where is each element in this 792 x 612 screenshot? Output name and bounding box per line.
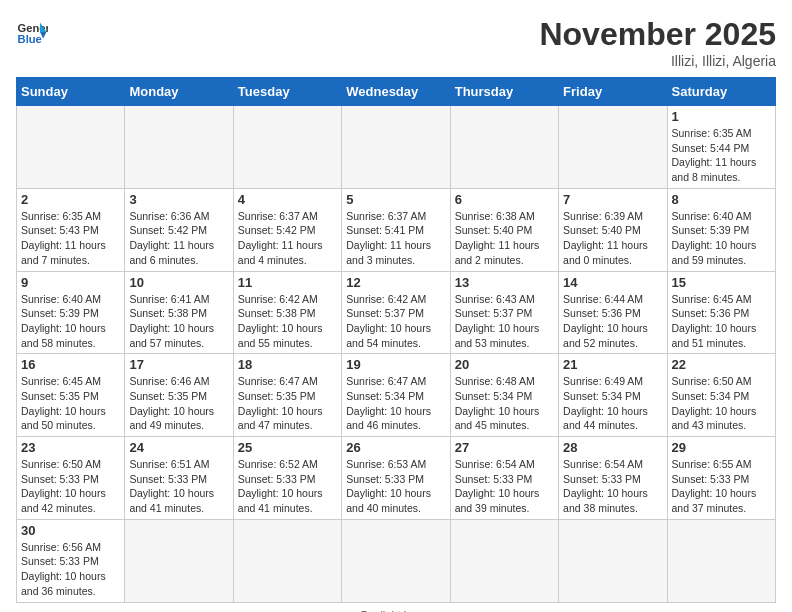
calendar-cell bbox=[125, 106, 233, 189]
title-block: November 2025 Illizi, Illizi, Algeria bbox=[539, 16, 776, 69]
day-info: Sunrise: 6:42 AM Sunset: 5:37 PM Dayligh… bbox=[346, 292, 445, 351]
day-info: Sunrise: 6:44 AM Sunset: 5:36 PM Dayligh… bbox=[563, 292, 662, 351]
day-number: 17 bbox=[129, 357, 228, 372]
day-number: 15 bbox=[672, 275, 771, 290]
day-info: Sunrise: 6:38 AM Sunset: 5:40 PM Dayligh… bbox=[455, 209, 554, 268]
day-info: Sunrise: 6:37 AM Sunset: 5:41 PM Dayligh… bbox=[346, 209, 445, 268]
day-info: Sunrise: 6:40 AM Sunset: 5:39 PM Dayligh… bbox=[672, 209, 771, 268]
week-row-3: 9Sunrise: 6:40 AM Sunset: 5:39 PM Daylig… bbox=[17, 271, 776, 354]
calendar-cell bbox=[342, 519, 450, 602]
day-header-saturday: Saturday bbox=[667, 78, 775, 106]
logo: General Blue bbox=[16, 16, 48, 48]
day-info: Sunrise: 6:35 AM Sunset: 5:44 PM Dayligh… bbox=[672, 126, 771, 185]
calendar-cell bbox=[559, 519, 667, 602]
calendar-cell: 8Sunrise: 6:40 AM Sunset: 5:39 PM Daylig… bbox=[667, 188, 775, 271]
day-info: Sunrise: 6:54 AM Sunset: 5:33 PM Dayligh… bbox=[455, 457, 554, 516]
week-row-2: 2Sunrise: 6:35 AM Sunset: 5:43 PM Daylig… bbox=[17, 188, 776, 271]
calendar-cell: 29Sunrise: 6:55 AM Sunset: 5:33 PM Dayli… bbox=[667, 437, 775, 520]
month-title: November 2025 bbox=[539, 16, 776, 53]
day-info: Sunrise: 6:47 AM Sunset: 5:35 PM Dayligh… bbox=[238, 374, 337, 433]
calendar-cell: 18Sunrise: 6:47 AM Sunset: 5:35 PM Dayli… bbox=[233, 354, 341, 437]
calendar-cell: 4Sunrise: 6:37 AM Sunset: 5:42 PM Daylig… bbox=[233, 188, 341, 271]
calendar-cell: 28Sunrise: 6:54 AM Sunset: 5:33 PM Dayli… bbox=[559, 437, 667, 520]
calendar-cell: 27Sunrise: 6:54 AM Sunset: 5:33 PM Dayli… bbox=[450, 437, 558, 520]
day-info: Sunrise: 6:53 AM Sunset: 5:33 PM Dayligh… bbox=[346, 457, 445, 516]
day-number: 8 bbox=[672, 192, 771, 207]
day-info: Sunrise: 6:50 AM Sunset: 5:33 PM Dayligh… bbox=[21, 457, 120, 516]
calendar-cell: 5Sunrise: 6:37 AM Sunset: 5:41 PM Daylig… bbox=[342, 188, 450, 271]
day-info: Sunrise: 6:55 AM Sunset: 5:33 PM Dayligh… bbox=[672, 457, 771, 516]
day-number: 14 bbox=[563, 275, 662, 290]
svg-text:Blue: Blue bbox=[18, 33, 42, 45]
day-number: 13 bbox=[455, 275, 554, 290]
day-info: Sunrise: 6:50 AM Sunset: 5:34 PM Dayligh… bbox=[672, 374, 771, 433]
calendar-table: SundayMondayTuesdayWednesdayThursdayFrid… bbox=[16, 77, 776, 603]
week-row-5: 23Sunrise: 6:50 AM Sunset: 5:33 PM Dayli… bbox=[17, 437, 776, 520]
day-number: 29 bbox=[672, 440, 771, 455]
day-number: 4 bbox=[238, 192, 337, 207]
day-info: Sunrise: 6:40 AM Sunset: 5:39 PM Dayligh… bbox=[21, 292, 120, 351]
location: Illizi, Illizi, Algeria bbox=[539, 53, 776, 69]
calendar-cell: 22Sunrise: 6:50 AM Sunset: 5:34 PM Dayli… bbox=[667, 354, 775, 437]
calendar-cell bbox=[450, 519, 558, 602]
calendar-cell bbox=[17, 106, 125, 189]
day-info: Sunrise: 6:45 AM Sunset: 5:35 PM Dayligh… bbox=[21, 374, 120, 433]
calendar-cell: 19Sunrise: 6:47 AM Sunset: 5:34 PM Dayli… bbox=[342, 354, 450, 437]
calendar-cell: 30Sunrise: 6:56 AM Sunset: 5:33 PM Dayli… bbox=[17, 519, 125, 602]
day-number: 3 bbox=[129, 192, 228, 207]
day-info: Sunrise: 6:39 AM Sunset: 5:40 PM Dayligh… bbox=[563, 209, 662, 268]
day-header-wednesday: Wednesday bbox=[342, 78, 450, 106]
calendar-cell bbox=[233, 519, 341, 602]
day-number: 10 bbox=[129, 275, 228, 290]
day-info: Sunrise: 6:36 AM Sunset: 5:42 PM Dayligh… bbox=[129, 209, 228, 268]
day-info: Sunrise: 6:41 AM Sunset: 5:38 PM Dayligh… bbox=[129, 292, 228, 351]
calendar-cell: 20Sunrise: 6:48 AM Sunset: 5:34 PM Dayli… bbox=[450, 354, 558, 437]
day-header-friday: Friday bbox=[559, 78, 667, 106]
week-row-6: 30Sunrise: 6:56 AM Sunset: 5:33 PM Dayli… bbox=[17, 519, 776, 602]
day-number: 24 bbox=[129, 440, 228, 455]
day-number: 16 bbox=[21, 357, 120, 372]
day-number: 9 bbox=[21, 275, 120, 290]
calendar-cell: 1Sunrise: 6:35 AM Sunset: 5:44 PM Daylig… bbox=[667, 106, 775, 189]
day-number: 11 bbox=[238, 275, 337, 290]
day-header-monday: Monday bbox=[125, 78, 233, 106]
calendar-cell bbox=[559, 106, 667, 189]
calendar-cell: 16Sunrise: 6:45 AM Sunset: 5:35 PM Dayli… bbox=[17, 354, 125, 437]
day-number: 19 bbox=[346, 357, 445, 372]
day-info: Sunrise: 6:45 AM Sunset: 5:36 PM Dayligh… bbox=[672, 292, 771, 351]
calendar-cell: 25Sunrise: 6:52 AM Sunset: 5:33 PM Dayli… bbox=[233, 437, 341, 520]
calendar-cell: 17Sunrise: 6:46 AM Sunset: 5:35 PM Dayli… bbox=[125, 354, 233, 437]
calendar-cell: 9Sunrise: 6:40 AM Sunset: 5:39 PM Daylig… bbox=[17, 271, 125, 354]
footer-note: Daylight hours bbox=[16, 609, 776, 613]
calendar-cell: 24Sunrise: 6:51 AM Sunset: 5:33 PM Dayli… bbox=[125, 437, 233, 520]
day-info: Sunrise: 6:56 AM Sunset: 5:33 PM Dayligh… bbox=[21, 540, 120, 599]
calendar-cell: 13Sunrise: 6:43 AM Sunset: 5:37 PM Dayli… bbox=[450, 271, 558, 354]
day-header-thursday: Thursday bbox=[450, 78, 558, 106]
day-info: Sunrise: 6:47 AM Sunset: 5:34 PM Dayligh… bbox=[346, 374, 445, 433]
day-info: Sunrise: 6:52 AM Sunset: 5:33 PM Dayligh… bbox=[238, 457, 337, 516]
calendar-cell: 2Sunrise: 6:35 AM Sunset: 5:43 PM Daylig… bbox=[17, 188, 125, 271]
calendar-cell: 15Sunrise: 6:45 AM Sunset: 5:36 PM Dayli… bbox=[667, 271, 775, 354]
calendar-cell: 12Sunrise: 6:42 AM Sunset: 5:37 PM Dayli… bbox=[342, 271, 450, 354]
day-info: Sunrise: 6:49 AM Sunset: 5:34 PM Dayligh… bbox=[563, 374, 662, 433]
day-header-sunday: Sunday bbox=[17, 78, 125, 106]
day-info: Sunrise: 6:37 AM Sunset: 5:42 PM Dayligh… bbox=[238, 209, 337, 268]
calendar-cell bbox=[233, 106, 341, 189]
calendar-cell: 3Sunrise: 6:36 AM Sunset: 5:42 PM Daylig… bbox=[125, 188, 233, 271]
day-number: 12 bbox=[346, 275, 445, 290]
day-info: Sunrise: 6:35 AM Sunset: 5:43 PM Dayligh… bbox=[21, 209, 120, 268]
calendar-cell: 10Sunrise: 6:41 AM Sunset: 5:38 PM Dayli… bbox=[125, 271, 233, 354]
day-info: Sunrise: 6:46 AM Sunset: 5:35 PM Dayligh… bbox=[129, 374, 228, 433]
day-number: 28 bbox=[563, 440, 662, 455]
day-number: 22 bbox=[672, 357, 771, 372]
day-info: Sunrise: 6:48 AM Sunset: 5:34 PM Dayligh… bbox=[455, 374, 554, 433]
calendar-header-row: SundayMondayTuesdayWednesdayThursdayFrid… bbox=[17, 78, 776, 106]
day-header-tuesday: Tuesday bbox=[233, 78, 341, 106]
calendar-cell: 26Sunrise: 6:53 AM Sunset: 5:33 PM Dayli… bbox=[342, 437, 450, 520]
day-number: 27 bbox=[455, 440, 554, 455]
day-number: 20 bbox=[455, 357, 554, 372]
day-number: 23 bbox=[21, 440, 120, 455]
day-number: 18 bbox=[238, 357, 337, 372]
day-number: 7 bbox=[563, 192, 662, 207]
day-info: Sunrise: 6:54 AM Sunset: 5:33 PM Dayligh… bbox=[563, 457, 662, 516]
